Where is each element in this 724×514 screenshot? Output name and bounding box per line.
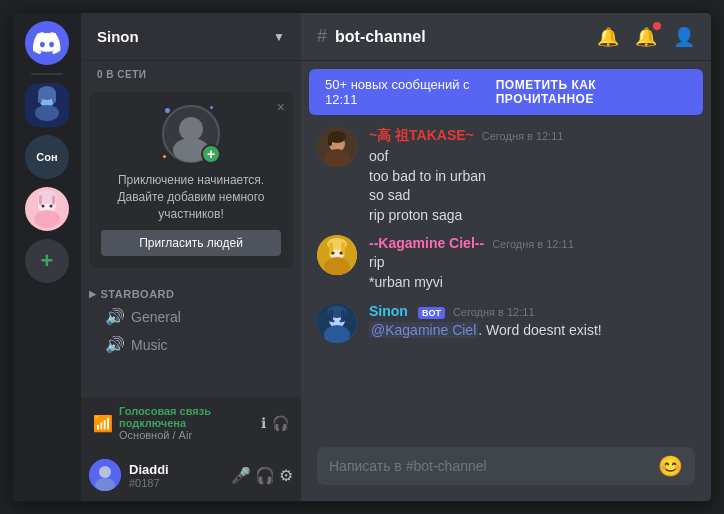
new-messages-text: 50+ новых сообщений с 12:11 [325, 77, 496, 107]
svg-point-32 [340, 252, 343, 255]
message-author-kagamine: --Kagamine Ciel-- [369, 235, 484, 251]
discord-logo-icon[interactable] [25, 21, 69, 65]
svg-rect-4 [38, 91, 42, 103]
message-text-takase-1: oof [369, 147, 695, 167]
message-author-sinon: Sinon [369, 303, 408, 319]
server-icon-son-label: Сон [36, 151, 57, 163]
chat-area: # bot-channel 🔔 🔔 👤 50+ новых сообщений … [301, 13, 711, 501]
svg-rect-24 [328, 135, 332, 146]
voice-info: Голосовая связь подключена Основной / Ai… [119, 405, 255, 441]
message-text-takase-2: too bad to in urban [369, 167, 695, 187]
sparkle-dot-2 [210, 106, 213, 109]
message-timestamp-sinon: Сегодня в 12:11 [453, 306, 535, 318]
header-icons: 🔔 🔔 👤 [597, 26, 695, 48]
svg-rect-5 [52, 91, 56, 103]
voice-channel-label: Основной / Air [119, 429, 255, 441]
user-panel: Diaddi #0187 🎤 🎧 ⚙ [81, 449, 301, 501]
server-name-label: Sinon [97, 28, 139, 45]
online-count: 0 В СЕТИ [81, 61, 301, 84]
voice-status-bar: 📶 Голосовая связь подключена Основной / … [81, 397, 301, 449]
svg-point-12 [42, 205, 45, 208]
welcome-card: × + Приключение начинается. Давайте доба… [89, 92, 293, 268]
message-text-sinon: @Kagamine Ciel. Word doesnt exist! [369, 321, 695, 341]
message-text-kagamine-2: *urban myvi [369, 273, 695, 293]
channel-category-starboard[interactable]: ▶ starboard [81, 284, 301, 302]
bot-badge: BOT [418, 307, 445, 319]
message-text-takase-3: so sad [369, 186, 695, 206]
messages-list: ~高 祖TAKASE~ Сегодня в 12:11 oof too bad … [301, 115, 711, 447]
plus-badge: + [201, 144, 221, 164]
message-header-takase: ~高 祖TAKASE~ Сегодня в 12:11 [369, 127, 695, 145]
settings-icon[interactable]: ⚙ [279, 466, 293, 485]
channel-sidebar: Sinon ▼ 0 В СЕТИ × + Приключение начин [81, 13, 301, 501]
user-info: Diaddi #0187 [129, 462, 223, 489]
message-content-takase: ~高 祖TAKASE~ Сегодня в 12:11 oof too bad … [369, 127, 695, 225]
server-name-header[interactable]: Sinon ▼ [81, 13, 301, 61]
chat-input-wrapper: 😊 [317, 447, 695, 485]
svg-rect-10 [39, 195, 42, 205]
mention-kagamine: @Kagamine Ciel [369, 322, 478, 338]
server-divider [31, 73, 63, 75]
svg-point-2 [35, 105, 59, 121]
message-author-takase: ~高 祖TAKASE~ [369, 127, 474, 145]
server-icon-1[interactable] [25, 83, 69, 127]
sparkle-dot-3 [163, 155, 166, 158]
message-timestamp-kagamine: Сегодня в 12:11 [492, 238, 574, 250]
bell-icon[interactable]: 🔔 [597, 26, 619, 48]
svg-point-39 [332, 319, 335, 322]
channel-name-music: Music [131, 337, 168, 353]
voice-info-button[interactable]: ℹ [261, 415, 266, 431]
app-window: Сон + Sinon ▼ 0 В СЕТИ × [12, 12, 712, 502]
members-icon[interactable]: 👤 [673, 26, 695, 48]
user-avatar [89, 459, 121, 491]
voice-headset-icon[interactable]: 🎧 [272, 415, 289, 431]
message-header-sinon: Sinon BOT Сегодня в 12:11 [369, 303, 695, 319]
message-header-kagamine: --Kagamine Ciel-- Сегодня в 12:11 [369, 235, 695, 251]
svg-point-15 [179, 117, 203, 141]
user-controls: 🎤 🎧 ⚙ [231, 466, 293, 485]
channel-list: ▶ starboard 🔊 General 🔊 Music [81, 276, 301, 397]
channel-name-header: bot-channel [335, 28, 426, 46]
voice-signal-icon: 📶 [93, 414, 113, 433]
server-icon-3[interactable] [25, 187, 69, 231]
channel-item-general[interactable]: 🔊 General [89, 303, 293, 330]
message-group-kagamine: --Kagamine Ciel-- Сегодня в 12:11 rip *u… [317, 231, 695, 296]
invite-people-button[interactable]: Пригласить людей [101, 230, 281, 256]
headphone-icon[interactable]: 🎧 [255, 466, 275, 485]
channel-hash-icon: # [317, 26, 327, 47]
message-text-kagamine-1: rip [369, 253, 695, 273]
chat-input-area: 😊 [301, 447, 711, 501]
chat-header: # bot-channel 🔔 🔔 👤 [301, 13, 711, 61]
category-label: starboard [101, 288, 175, 300]
new-messages-banner: 50+ новых сообщений с 12:11 ПОМЕТИТЬ КАК… [309, 69, 703, 115]
svg-point-8 [34, 210, 60, 228]
channel-item-music[interactable]: 🔊 Music [89, 331, 293, 358]
svg-point-31 [332, 252, 335, 255]
message-group-takase: ~高 祖TAKASE~ Сегодня в 12:11 oof too bad … [317, 123, 695, 229]
mark-read-button[interactable]: ПОМЕТИТЬ КАК ПРОЧИТАННОЕ [496, 78, 687, 106]
emoji-button[interactable]: 😊 [658, 454, 683, 478]
chat-input[interactable] [329, 447, 650, 485]
voice-connected-label: Голосовая связь подключена [119, 405, 255, 429]
message-content-sinon: Sinon BOT Сегодня в 12:11 @Kagamine Ciel… [369, 303, 695, 343]
microphone-icon[interactable]: 🎤 [231, 466, 251, 485]
avatar-sinon [317, 303, 357, 343]
channel-name-general: General [131, 309, 181, 325]
svg-point-13 [50, 205, 53, 208]
username-label: Diaddi [129, 462, 223, 477]
avatar-takase [317, 127, 357, 167]
message-content-kagamine: --Kagamine Ciel-- Сегодня в 12:11 rip *u… [369, 235, 695, 292]
category-arrow-icon: ▶ [89, 289, 97, 299]
voice-channel-icon-music: 🔊 [105, 335, 125, 354]
svg-rect-11 [52, 195, 55, 205]
notification-icon[interactable]: 🔔 [635, 26, 657, 48]
notification-badge [653, 22, 661, 30]
server-icon-son[interactable]: Сон [25, 135, 69, 179]
chevron-down-icon: ▼ [273, 30, 285, 44]
sparkle-dot-1 [165, 108, 170, 113]
message-group-sinon: Sinon BOT Сегодня в 12:11 @Kagamine Ciel… [317, 299, 695, 347]
add-server-button[interactable]: + [25, 239, 69, 283]
message-text-takase-4: rip proton saga [369, 206, 695, 226]
voice-channel-icon: 🔊 [105, 307, 125, 326]
welcome-card-close-button[interactable]: × [277, 100, 285, 114]
